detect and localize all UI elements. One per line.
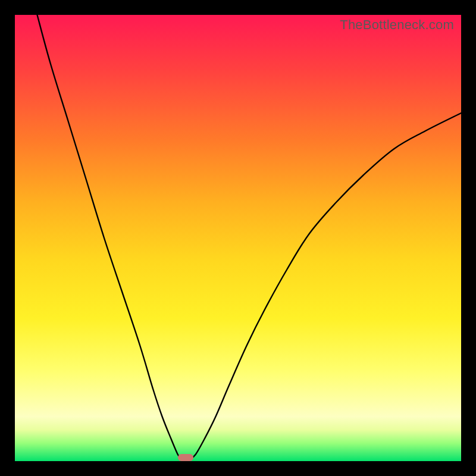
cusp-marker (178, 454, 193, 461)
curve-svg (15, 15, 461, 461)
curve-left (37, 15, 181, 459)
chart-frame: TheBottleneck.com (15, 15, 461, 461)
curve-right (190, 113, 461, 459)
watermark-text: TheBottleneck.com (340, 17, 454, 33)
